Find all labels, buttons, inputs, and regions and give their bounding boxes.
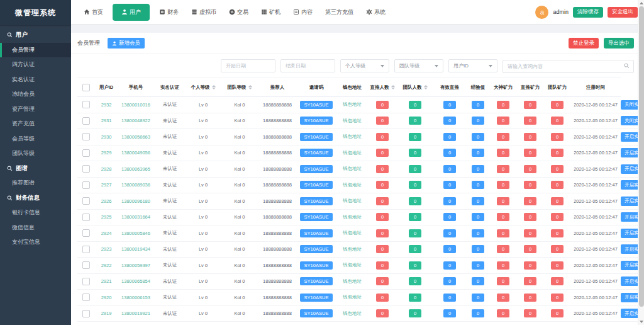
phone-cell[interactable]: 13800000000 bbox=[118, 322, 154, 325]
user-id-cell[interactable]: 2929 bbox=[95, 145, 118, 161]
sidebar-item[interactable]: 实名认证 bbox=[0, 72, 71, 88]
wallet-address-link[interactable]: 钱包地址 bbox=[343, 150, 362, 156]
phone-cell[interactable]: 13800096180 bbox=[118, 193, 154, 210]
exp-badge[interactable]: 0 bbox=[472, 133, 484, 141]
team-power-badge[interactable]: 0 bbox=[551, 245, 564, 253]
invite-code-badge[interactable]: SY10ASUE bbox=[300, 133, 333, 141]
row-checkbox[interactable] bbox=[82, 246, 90, 253]
invite-code-badge[interactable]: SY10ASUE bbox=[300, 229, 333, 237]
topnav-item[interactable]: 财务 bbox=[153, 0, 185, 24]
direct-count-badge[interactable]: 0 bbox=[376, 294, 389, 302]
export-selected-button[interactable]: 导出选中 bbox=[604, 38, 634, 48]
direct-power-badge[interactable]: 0 bbox=[524, 133, 536, 141]
column-header[interactable]: 钱包地址 bbox=[336, 78, 368, 97]
team-power-badge[interactable]: 0 bbox=[551, 101, 564, 109]
topnav-item[interactable]: 第三方充值 bbox=[319, 0, 360, 24]
search-icon[interactable] bbox=[624, 63, 630, 69]
team-power-badge[interactable]: 0 bbox=[551, 149, 564, 157]
exp-badge[interactable]: 0 bbox=[472, 197, 484, 205]
direct-count-badge[interactable]: 0 bbox=[376, 229, 389, 237]
valid-direct-badge[interactable]: 0 bbox=[443, 181, 456, 189]
phone-cell[interactable]: 13800031664 bbox=[118, 209, 154, 225]
start-date-input[interactable] bbox=[221, 59, 275, 72]
team-power-badge[interactable]: 0 bbox=[551, 213, 564, 221]
select-all-checkbox[interactable] bbox=[82, 84, 90, 91]
user-id-cell[interactable]: 2921 bbox=[95, 273, 118, 290]
direct-power-badge[interactable]: 0 bbox=[524, 261, 536, 270]
direct-power-badge[interactable]: 0 bbox=[524, 181, 536, 189]
direct-power-badge[interactable]: 0 bbox=[524, 294, 536, 302]
team-power-badge[interactable]: 0 bbox=[551, 197, 564, 205]
sidebar-item[interactable]: 会员管理 bbox=[0, 43, 71, 58]
topnav-item[interactable]: 矿机 bbox=[255, 0, 287, 24]
ban-login-button[interactable]: 禁止登录 bbox=[569, 38, 599, 48]
column-header[interactable]: 有效直推 bbox=[433, 78, 466, 97]
direct-power-badge[interactable]: 0 bbox=[524, 165, 536, 173]
sidebar-item[interactable]: 支付宝信息 bbox=[0, 235, 71, 250]
column-header[interactable]: 团队矿力 bbox=[544, 78, 570, 97]
phone-cell[interactable]: 13800058663 bbox=[118, 129, 154, 145]
wallet-address-link[interactable]: 钱包地址 bbox=[343, 166, 362, 171]
sort-icon[interactable] bbox=[212, 85, 216, 89]
user-id-cell[interactable]: 2930 bbox=[95, 129, 118, 145]
sidebar-item[interactable]: 用户 bbox=[0, 28, 71, 43]
sidebar-item[interactable]: 微信信息 bbox=[0, 220, 71, 236]
invite-code-badge[interactable]: SY10ASUE bbox=[300, 309, 333, 317]
filter-select[interactable]: 个人等级 bbox=[340, 59, 389, 72]
filter-select[interactable]: 用户ID bbox=[448, 59, 497, 72]
column-header[interactable]: 经验值 bbox=[466, 78, 490, 97]
row-checkbox[interactable] bbox=[82, 133, 90, 140]
phone-cell[interactable]: 13800063965 bbox=[118, 161, 154, 178]
sidebar-item[interactable]: 四方认证 bbox=[0, 57, 71, 72]
exp-badge[interactable]: 0 bbox=[472, 149, 484, 157]
direct-power-badge[interactable]: 0 bbox=[524, 197, 536, 205]
invite-code-badge[interactable]: SY10ASUE bbox=[300, 261, 333, 270]
direct-count-badge[interactable]: 0 bbox=[376, 117, 389, 125]
exp-badge[interactable]: 0 bbox=[472, 229, 484, 237]
avatar[interactable]: a bbox=[535, 6, 548, 19]
team-power-badge[interactable]: 0 bbox=[551, 133, 564, 141]
clear-cache-button[interactable]: 清除缓存 bbox=[573, 7, 603, 18]
invite-code-badge[interactable]: SY10ASUE bbox=[300, 165, 333, 173]
column-header[interactable]: 注册时间 bbox=[570, 78, 621, 97]
team-power-badge[interactable]: 0 bbox=[551, 165, 564, 173]
scroll-down-arrow[interactable] bbox=[640, 321, 643, 323]
row-checkbox[interactable] bbox=[82, 310, 90, 317]
direct-power-badge[interactable]: 0 bbox=[524, 213, 536, 221]
invite-code-badge[interactable]: SY10ASUE bbox=[300, 181, 333, 189]
end-date-input[interactable] bbox=[280, 59, 335, 72]
row-checkbox[interactable] bbox=[82, 261, 90, 269]
direct-count-badge[interactable]: 0 bbox=[376, 101, 389, 109]
row-checkbox[interactable] bbox=[82, 101, 90, 108]
wallet-address-link[interactable]: 钱包地址 bbox=[343, 101, 362, 107]
column-header[interactable]: 个人等级 bbox=[186, 78, 221, 97]
direct-power-badge[interactable]: 0 bbox=[524, 117, 536, 125]
user-id-cell[interactable]: 2928 bbox=[95, 161, 118, 178]
wallet-address-link[interactable]: 钱包地址 bbox=[343, 214, 362, 220]
team-power-badge[interactable]: 0 bbox=[551, 309, 564, 317]
phone-cell[interactable]: 13800089036 bbox=[118, 177, 154, 193]
team-count-badge[interactable]: 0 bbox=[409, 261, 421, 270]
direct-count-badge[interactable]: 0 bbox=[376, 197, 389, 205]
god-power-badge[interactable]: 0 bbox=[497, 149, 509, 157]
god-power-badge[interactable]: 0 bbox=[497, 165, 509, 173]
direct-count-badge[interactable]: 0 bbox=[376, 213, 389, 221]
direct-power-badge[interactable]: 0 bbox=[524, 245, 536, 253]
invite-code-badge[interactable]: SY10ASUE bbox=[300, 101, 333, 109]
sidebar-item[interactable]: 银行卡信息 bbox=[0, 205, 71, 220]
user-id-cell[interactable]: 2919 bbox=[95, 305, 118, 322]
god-power-badge[interactable]: 0 bbox=[497, 309, 509, 317]
team-power-badge[interactable]: 0 bbox=[551, 117, 564, 125]
team-power-badge[interactable]: 0 bbox=[551, 229, 564, 237]
exp-badge[interactable]: 0 bbox=[472, 309, 484, 317]
wallet-address-link[interactable]: 钱包地址 bbox=[343, 294, 362, 300]
team-power-badge[interactable]: 0 bbox=[551, 261, 564, 270]
topnav-item[interactable]: 用户 bbox=[113, 4, 150, 21]
phone-cell[interactable]: 13800005846 bbox=[118, 225, 154, 242]
valid-direct-badge[interactable]: 0 bbox=[443, 261, 456, 270]
invite-code-badge[interactable]: SY10ASUE bbox=[300, 117, 333, 125]
team-power-badge[interactable]: 0 bbox=[551, 294, 564, 302]
god-power-badge[interactable]: 0 bbox=[497, 294, 509, 302]
exp-badge[interactable]: 0 bbox=[472, 277, 484, 285]
phone-cell[interactable]: 13800065854 bbox=[118, 273, 154, 290]
